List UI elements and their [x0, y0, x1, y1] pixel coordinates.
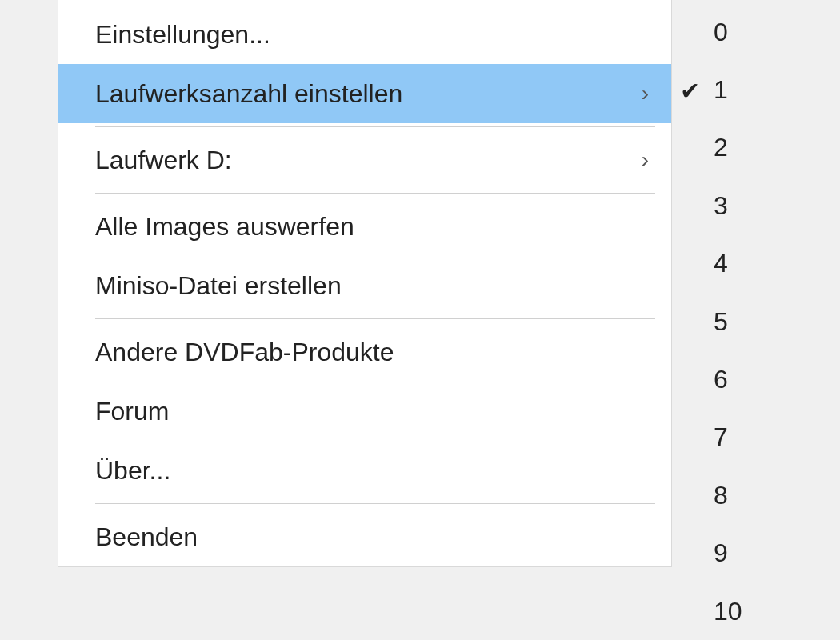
menu-item-label: Laufwerk D: — [95, 147, 232, 173]
chevron-right-icon: › — [642, 149, 652, 171]
option-label: 7 — [714, 422, 728, 452]
checkmark-icon: ✔ — [680, 76, 700, 104]
option-label: 10 — [714, 597, 742, 626]
menu-item-label: Alle Images auswerfen — [95, 214, 354, 239]
menu-separator — [95, 193, 655, 194]
drive-count-option-5[interactable]: 5 — [677, 293, 840, 350]
context-menu-stage: Einstellungen... Laufwerksanzahl einstel… — [0, 0, 840, 640]
menu-separator — [95, 318, 655, 319]
menu-separator — [95, 503, 655, 504]
menu-item-label: Forum — [95, 398, 169, 424]
menu-item-label: Andere DVDFab-Produkte — [95, 339, 394, 365]
menu-item-settings[interactable]: Einstellungen... — [58, 5, 671, 64]
option-label: 8 — [714, 481, 728, 510]
menu-item-create-miniso[interactable]: Miniso-Datei erstellen — [58, 256, 671, 315]
drive-count-option-4[interactable]: 4 — [677, 235, 840, 293]
chevron-right-icon: › — [642, 82, 652, 105]
menu-item-label: Über... — [95, 458, 170, 483]
menu-separator — [95, 126, 655, 127]
drive-count-option-0[interactable]: 0 — [677, 3, 840, 61]
menu-item-exit[interactable]: Beenden — [58, 507, 671, 566]
drive-count-option-3[interactable]: 3 — [677, 177, 840, 234]
drive-count-option-8[interactable]: 8 — [677, 466, 840, 524]
drive-count-option-10[interactable]: 10 — [677, 582, 840, 640]
option-label: 6 — [714, 365, 728, 394]
menu-item-other-products[interactable]: Andere DVDFab-Produkte — [58, 322, 671, 382]
menu-item-eject-all-images[interactable]: Alle Images auswerfen — [58, 197, 671, 256]
menu-item-set-drive-count[interactable]: Laufwerksanzahl einstellen › — [58, 64, 671, 123]
option-label: 0 — [714, 18, 728, 47]
option-label: 9 — [714, 538, 728, 568]
drive-count-option-9[interactable]: 9 — [677, 525, 840, 582]
menu-item-forum[interactable]: Forum — [58, 382, 671, 441]
drive-count-option-1[interactable]: ✔ 1 — [677, 61, 840, 118]
option-label: 4 — [714, 249, 728, 278]
main-context-menu: Einstellungen... Laufwerksanzahl einstel… — [58, 0, 672, 567]
drive-count-submenu: 0 ✔ 1 2 3 4 5 6 7 8 9 10 — [677, 0, 840, 640]
menu-item-label: Laufwerksanzahl einstellen — [95, 81, 402, 106]
menu-item-label: Beenden — [95, 524, 198, 550]
option-label: 5 — [714, 307, 728, 337]
menu-item-label: Miniso-Datei erstellen — [95, 273, 342, 298]
option-label: 2 — [714, 133, 728, 162]
drive-count-option-6[interactable]: 6 — [677, 350, 840, 408]
option-label: 3 — [714, 191, 728, 221]
menu-item-about[interactable]: Über... — [58, 441, 671, 500]
menu-item-label: Einstellungen... — [95, 22, 270, 47]
menu-item-drive-d[interactable]: Laufwerk D: › — [58, 130, 671, 190]
option-label: 1 — [714, 75, 728, 105]
drive-count-option-7[interactable]: 7 — [677, 409, 840, 466]
drive-count-option-2[interactable]: 2 — [677, 119, 840, 177]
